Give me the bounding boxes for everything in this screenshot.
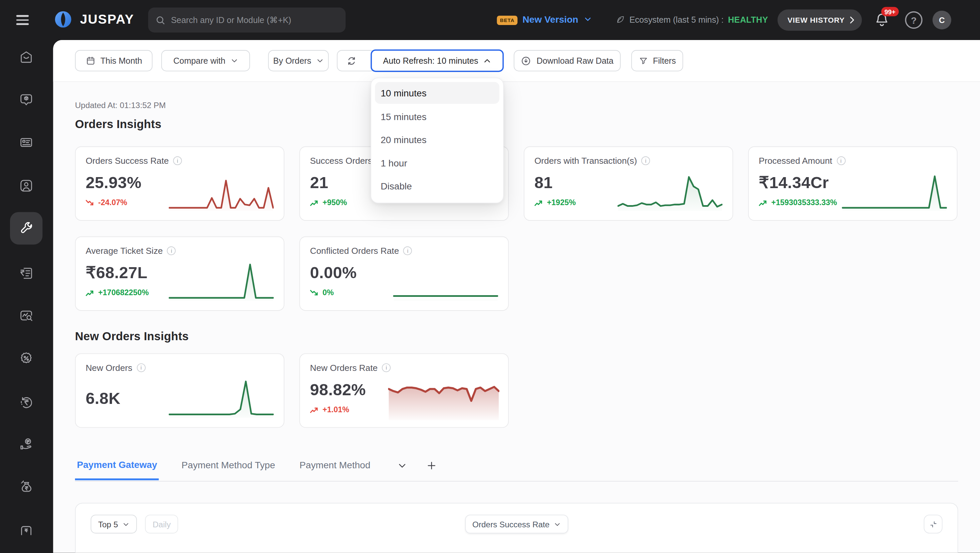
sidebar-item-orders[interactable]: [13, 86, 40, 114]
sparkline-processed-amount: [842, 171, 947, 211]
sidebar-item-invoices[interactable]: [13, 260, 40, 287]
dropdown-option-disable[interactable]: Disable: [371, 174, 503, 198]
refresh-button[interactable]: [337, 50, 375, 72]
updated-at-text: Updated At: 01:13:52 PM: [75, 101, 958, 110]
info-icon[interactable]: i: [173, 156, 182, 165]
new-version-toggle[interactable]: New Version: [523, 14, 592, 24]
dropdown-option-1-hour[interactable]: 1 hour: [371, 151, 503, 174]
user-avatar[interactable]: C: [933, 11, 951, 29]
main-content: This Month Compare with By Orders Auto R…: [53, 40, 980, 553]
card-orders-success-rate: Orders Success Ratei 25.93% -24.07%: [75, 147, 284, 221]
auto-refresh-dropdown: 10 minutes 15 minutes 20 minutes 1 hour …: [371, 78, 504, 204]
metric-select[interactable]: Orders Success Rate: [465, 515, 568, 533]
ecosystem-label: Ecosystem (last 5 mins) :: [629, 15, 724, 24]
card-new-orders: New Ordersi 6.8K: [75, 353, 284, 427]
filters-button[interactable]: Filters: [632, 50, 683, 72]
sidebar-nav: [0, 40, 53, 553]
auto-refresh-button[interactable]: Auto Refresh: 10 minutes: [371, 49, 504, 72]
collapse-panel-button[interactable]: [924, 515, 942, 533]
sidebar-item-tools[interactable]: [10, 212, 43, 245]
collapse-icon: [928, 519, 938, 529]
info-icon[interactable]: i: [167, 247, 176, 255]
sparkline-orders-with-transactions: [618, 171, 723, 211]
sidebar-item-payouts[interactable]: [13, 430, 40, 458]
refresh-icon: [346, 55, 357, 66]
wrench-icon: [19, 221, 33, 236]
card-conflicted-orders-rate: Conflicted Orders Ratei 0.00% 0%: [299, 236, 509, 311]
topbar: JUSPAY BETA New Version Ecosystem (last …: [0, 0, 980, 40]
id-card-icon: [19, 135, 33, 150]
by-orders-button[interactable]: By Orders: [268, 50, 329, 72]
info-icon[interactable]: i: [137, 363, 145, 372]
new-orders-insights-title: New Orders Insights: [75, 330, 958, 343]
sidebar-item-users[interactable]: [13, 172, 40, 200]
top-n-select[interactable]: Top 5: [91, 515, 137, 533]
breakdown-tabs: Payment Gateway Payment Method Type Paym…: [75, 458, 958, 481]
sidebar-item-id-card[interactable]: [13, 129, 40, 156]
sidebar-item-settlements[interactable]: [13, 473, 40, 500]
search-icon: [156, 15, 165, 25]
metric-title: Orders Success Rate: [86, 156, 169, 166]
notifications-button[interactable]: 99+: [873, 11, 892, 30]
dropdown-option-15-minutes[interactable]: 15 minutes: [371, 105, 503, 128]
card-average-ticket-size: Average Ticket Sizei ₹68.27L +170682250%: [75, 236, 284, 311]
sidebar-item-offers[interactable]: [13, 344, 40, 372]
sidebar-item-refunds[interactable]: [13, 388, 40, 416]
card-processed-amount: Processed Amounti ₹14.34Cr +1593035333.3…: [748, 147, 957, 221]
help-button[interactable]: ?: [905, 11, 923, 29]
tab-payment-method-type[interactable]: Payment Method Type: [180, 460, 277, 479]
dashboard-body: Updated At: 01:13:52 PM Orders Insights …: [53, 101, 980, 553]
juspay-logo: JUSPAY: [52, 9, 134, 30]
chevron-up-icon: [483, 57, 492, 65]
compare-with-button[interactable]: Compare with: [161, 50, 250, 72]
search-input[interactable]: [171, 15, 338, 25]
rupee-refund-icon: [19, 395, 33, 410]
granularity-daily-button[interactable]: Daily: [145, 515, 178, 533]
ecosystem-status: Ecosystem (last 5 mins) : HEALTHY: [616, 15, 768, 24]
pos-terminal-icon: [19, 521, 33, 536]
trend-up-icon: [86, 289, 94, 296]
filter-funnel-icon: [639, 56, 648, 65]
info-icon[interactable]: i: [382, 363, 391, 372]
filters-toolbar: This Month Compare with By Orders Auto R…: [53, 40, 980, 82]
info-icon[interactable]: i: [641, 156, 650, 165]
chevron-down-icon: [230, 57, 238, 65]
chevron-right-icon: [847, 15, 858, 25]
chevron-down-icon: [554, 521, 561, 528]
hamburger-menu-icon[interactable]: [16, 13, 31, 28]
ecosystem-health-badge: HEALTHY: [728, 15, 768, 24]
sidebar-item-terminal[interactable]: [13, 515, 40, 542]
info-icon[interactable]: i: [837, 156, 845, 165]
global-search[interactable]: [148, 8, 346, 33]
orders-insights-title: Orders Insights: [75, 118, 958, 131]
add-tab-icon[interactable]: [426, 460, 437, 471]
logo-text: JUSPAY: [80, 12, 134, 27]
tab-payment-method[interactable]: Payment Method: [298, 460, 372, 479]
dropdown-option-10-minutes[interactable]: 10 minutes: [375, 82, 500, 104]
sidebar-item-home[interactable]: [13, 43, 40, 71]
tabs-chevron-down-icon[interactable]: [397, 461, 407, 470]
notification-count-badge: 99+: [881, 7, 899, 16]
sparkline-orders-success-rate: [169, 171, 274, 211]
view-history-button[interactable]: VIEW HISTORY: [778, 10, 862, 31]
juspay-logo-icon: [52, 9, 74, 30]
analytics-search-icon: [19, 308, 33, 323]
rupee-ledger-icon: [19, 266, 33, 281]
dropdown-option-20-minutes[interactable]: 20 minutes: [371, 128, 503, 151]
download-icon: [521, 55, 532, 66]
sparkline-conflicted-orders-rate: [393, 261, 498, 301]
trend-up-icon: [310, 199, 319, 206]
metric-title: Average Ticket Size: [86, 246, 163, 256]
tab-payment-gateway[interactable]: Payment Gateway: [75, 459, 159, 480]
sidebar-item-analytics[interactable]: [13, 302, 40, 330]
metric-title: Orders with Transaction(s): [535, 156, 637, 166]
download-raw-data-button[interactable]: Download Raw Data: [514, 50, 620, 72]
info-icon[interactable]: i: [403, 247, 412, 255]
juspay-dashboard: JUSPAY BETA New Version Ecosystem (last …: [0, 0, 980, 553]
breakdown-panel: Top 5 Daily Orders Success Rate: [75, 503, 958, 553]
card-orders-with-transactions: Orders with Transaction(s)i 81 +1925%: [523, 147, 733, 221]
sparkline-average-ticket-size: [169, 261, 274, 301]
metric-title: New Orders: [86, 363, 132, 373]
date-range-button[interactable]: This Month: [75, 50, 153, 72]
chevron-down-icon: [317, 57, 324, 65]
